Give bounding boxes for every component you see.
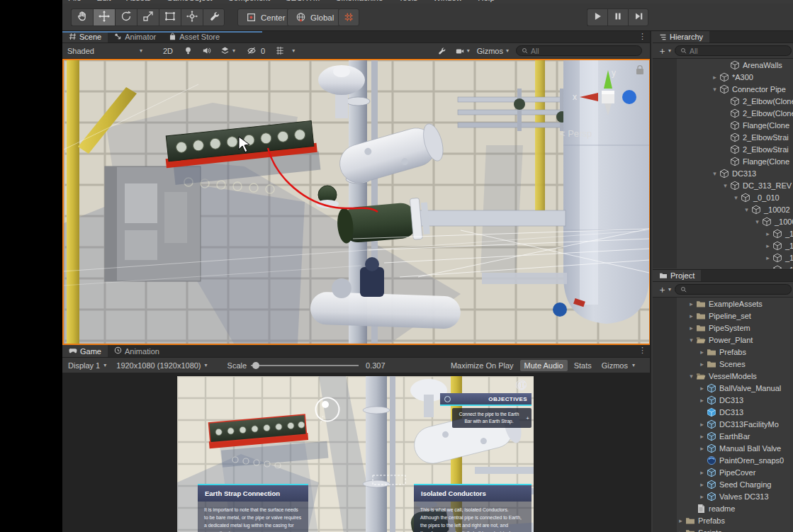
orientation-mode-button[interactable]: Global bbox=[287, 9, 341, 26]
scene-gizmos-dropdown[interactable]: Gizmos ▾ bbox=[477, 47, 509, 55]
pause-button[interactable] bbox=[607, 9, 628, 26]
expand-arrow-closed-icon[interactable]: ▸ bbox=[697, 361, 707, 368]
scene-search-input[interactable]: All bbox=[516, 45, 642, 56]
2d-toggle[interactable]: 2D bbox=[160, 46, 176, 56]
project-item[interactable]: ▸Scenes bbox=[653, 358, 793, 370]
hierarchy-item[interactable]: 2_Elbow(Clone bbox=[653, 107, 793, 119]
objective-expand-icon[interactable]: + bbox=[526, 414, 529, 423]
move-tool-button[interactable] bbox=[93, 9, 115, 26]
maximize-on-play-button[interactable]: Maximize On Play bbox=[447, 360, 517, 371]
scene-viewport[interactable]: y x < Persp bbox=[62, 59, 651, 345]
expand-arrow-open-icon[interactable]: ▾ bbox=[687, 373, 696, 380]
hierarchy-item[interactable]: ▾DC313 bbox=[653, 167, 793, 179]
expand-arrow-closed-icon[interactable]: ▸ bbox=[676, 517, 685, 524]
expand-arrow-closed-icon[interactable]: ▸ bbox=[697, 397, 707, 404]
expand-arrow-closed-icon[interactable]: ▸ bbox=[763, 230, 772, 237]
hierarchy-item[interactable]: ▾DC_313_REV bbox=[653, 179, 793, 191]
expand-arrow-closed-icon[interactable]: ▸ bbox=[697, 493, 707, 500]
project-item[interactable]: ▸Scripts bbox=[653, 526, 793, 532]
expand-arrow-open-icon[interactable]: ▾ bbox=[742, 206, 751, 213]
tab-animation[interactable]: Animation bbox=[108, 345, 166, 357]
restart-icon[interactable] bbox=[516, 380, 527, 391]
expand-arrow-closed-icon[interactable]: ▸ bbox=[763, 242, 772, 249]
grid-visibility-icon[interactable] bbox=[274, 45, 286, 57]
menu-item-tools[interactable]: Tools bbox=[398, 0, 417, 2]
hierarchy-item[interactable]: ▾_0_010 bbox=[653, 191, 793, 203]
expand-arrow-open-icon[interactable]: ▾ bbox=[687, 336, 696, 344]
menu-item-file[interactable]: File bbox=[68, 0, 81, 2]
resolution-dropdown[interactable]: 1920x1080 (1920x1080) ▾ bbox=[112, 361, 211, 370]
expand-arrow-open-icon[interactable]: ▾ bbox=[753, 218, 762, 225]
expand-arrow-closed-icon[interactable]: ▸ bbox=[687, 300, 696, 307]
tab-project[interactable]: Project bbox=[653, 270, 701, 281]
project-item[interactable]: ▸ExampleAssets bbox=[653, 298, 793, 310]
lighting-toggle-icon[interactable] bbox=[181, 45, 194, 57]
audio-toggle-icon[interactable] bbox=[200, 45, 213, 57]
chevron-down-icon[interactable]: ▾ bbox=[632, 362, 635, 368]
menu-item-edit[interactable]: Edit bbox=[97, 0, 111, 2]
project-item[interactable]: ▸Valves DC313 bbox=[653, 490, 793, 502]
project-item[interactable]: ▸DC313 bbox=[653, 394, 793, 406]
project-item[interactable]: ▸Prefabs bbox=[653, 514, 793, 526]
hierarchy-item[interactable]: ▾_10002 bbox=[653, 203, 793, 215]
game-gizmos-dropdown[interactable]: Gizmos bbox=[598, 360, 629, 371]
expand-arrow-closed-icon[interactable]: ▸ bbox=[676, 529, 685, 532]
expand-arrow-closed-icon[interactable]: ▸ bbox=[687, 324, 696, 332]
expand-arrow-open-icon[interactable]: ▾ bbox=[721, 182, 730, 189]
menu-items[interactable]: FileEditAssetsGameObjectComponentSECRTMC… bbox=[62, 0, 793, 2]
expand-arrow-closed-icon[interactable]: ▸ bbox=[710, 74, 719, 81]
menu-item-cinemachine[interactable]: CineMachine bbox=[335, 0, 383, 2]
scene-visibility-icon[interactable] bbox=[245, 45, 258, 57]
rotate-tool-button[interactable] bbox=[115, 9, 137, 26]
project-item[interactable]: DC313 bbox=[653, 406, 793, 418]
hierarchy-item[interactable]: ArenaWalls bbox=[653, 59, 793, 71]
project-item[interactable]: ▸DC313FacilityMo bbox=[653, 418, 793, 430]
tab-game[interactable]: Game bbox=[62, 345, 108, 357]
expand-arrow-closed-icon[interactable]: ▸ bbox=[687, 312, 696, 319]
hierarchy-item[interactable]: ▸_10 bbox=[653, 239, 793, 251]
expand-arrow-closed-icon[interactable]: ▸ bbox=[697, 481, 707, 488]
custom-tools-button[interactable] bbox=[203, 9, 225, 26]
project-search-input[interactable] bbox=[675, 284, 792, 295]
play-button[interactable] bbox=[587, 9, 607, 26]
menu-item-secrtm[interactable]: SECRTM bbox=[286, 0, 320, 2]
hierarchy-item[interactable]: ▸*A300 bbox=[653, 71, 793, 83]
project-item[interactable]: ▸Pipeline_set bbox=[653, 310, 793, 322]
draw-mode-dropdown[interactable]: Shaded ▾ bbox=[62, 47, 147, 55]
project-item[interactable]: ▸PipeCover bbox=[653, 466, 793, 478]
project-item[interactable]: ▸Manual Ball Valve bbox=[653, 442, 793, 454]
transform-tool-button[interactable] bbox=[181, 9, 203, 26]
hand-tool-button[interactable] bbox=[71, 9, 93, 26]
scene-panel-menu-icon[interactable]: ⋮ bbox=[639, 32, 646, 41]
hierarchy-item[interactable]: 2_ElbowStrai bbox=[653, 131, 793, 143]
hierarchy-item[interactable]: 2_Elbow(Clone bbox=[653, 95, 793, 107]
tab-hierarchy[interactable]: Hierarchy bbox=[653, 31, 709, 43]
project-item[interactable]: ▸BallValve_Manual bbox=[653, 382, 793, 394]
effects-dropdown-icon[interactable]: ▾ bbox=[232, 47, 235, 54]
scene-camera-dropdown[interactable]: ▾ bbox=[455, 47, 470, 55]
expand-arrow-closed-icon[interactable]: ▸ bbox=[697, 469, 707, 476]
hierarchy-item[interactable]: ▸_10 bbox=[653, 251, 793, 264]
step-button[interactable] bbox=[628, 9, 648, 26]
hierarchy-item[interactable]: ▸_10 bbox=[653, 264, 793, 268]
project-item[interactable]: ▸Prefabs bbox=[653, 346, 793, 358]
mute-audio-button[interactable]: Mute Audio bbox=[520, 360, 568, 371]
expand-arrow-closed-icon[interactable]: ▸ bbox=[697, 445, 707, 452]
scene-tools-icon[interactable] bbox=[435, 45, 448, 57]
expand-arrow-closed-icon[interactable]: ▸ bbox=[763, 266, 772, 269]
expand-arrow-closed-icon[interactable]: ▸ bbox=[763, 254, 772, 261]
expand-arrow-closed-icon[interactable]: ▸ bbox=[697, 421, 707, 428]
scale-tool-button[interactable] bbox=[137, 9, 159, 26]
project-item[interactable]: ▾Power_Plant bbox=[653, 334, 793, 346]
game-panel-menu-icon[interactable]: ⋮ bbox=[639, 346, 646, 355]
expand-arrow-open-icon[interactable]: ▾ bbox=[710, 86, 719, 93]
expand-arrow-closed-icon[interactable]: ▸ bbox=[697, 349, 707, 356]
menu-item-assets[interactable]: Assets bbox=[126, 0, 151, 2]
rect-tool-button[interactable] bbox=[159, 9, 181, 26]
stats-button[interactable]: Stats bbox=[570, 360, 595, 371]
hierarchy-search-input[interactable]: All bbox=[675, 45, 792, 56]
project-item[interactable]: ▸Seed Charging bbox=[653, 478, 793, 490]
project-item[interactable]: readme bbox=[653, 502, 793, 514]
project-item[interactable]: ▸PipeSystem bbox=[653, 322, 793, 334]
hierarchy-item[interactable]: Flange(Clone bbox=[653, 119, 793, 131]
